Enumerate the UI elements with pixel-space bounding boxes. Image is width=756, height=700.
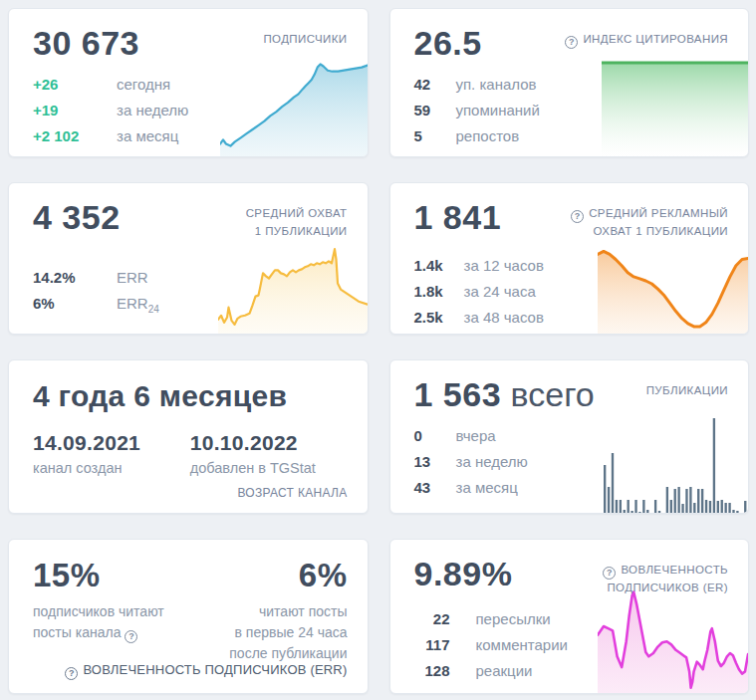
- stat-label-pubs-week: за неделю: [456, 453, 528, 470]
- stat-label-today: сегодня: [117, 76, 170, 93]
- publications-total-suffix: всего: [501, 375, 595, 413]
- err-left-value: 15%: [33, 557, 164, 594]
- stat-value-forwards: 22: [414, 610, 450, 627]
- citation-index-label: ?ИНДЕКС ЦИТИРОВАНИЯ: [565, 24, 728, 49]
- er-label-line1: ?ВОВЛЕЧЕННОСТЬ: [603, 562, 728, 580]
- err-card-footer-label: ?ВОВЛЕЧЕННОСТЬ ПОДПИСЧИКОВ (ERR): [65, 662, 347, 680]
- err-right-caption-line1: читают посты: [229, 601, 347, 622]
- channel-created-label: канал создан: [33, 460, 190, 476]
- channel-age-card-label: ВОЗРАСТ КАНАЛА: [237, 486, 347, 500]
- help-icon[interactable]: ?: [565, 36, 578, 49]
- err-left-caption: подписчиков читают посты канала?: [33, 601, 164, 643]
- help-icon[interactable]: ?: [65, 667, 78, 680]
- stat-row-24h: 1.8k за 24 часа: [414, 283, 729, 300]
- stat-label-forwards: пересылки: [476, 610, 551, 627]
- stat-label-week: за неделю: [117, 102, 188, 118]
- publications-header: 1 563 всего ПУБЛИКАЦИИ: [414, 375, 729, 414]
- stat-label-month: за месяц: [117, 127, 178, 144]
- avg-ad-reach-card: 1 841 ?СРЕДНИЙ РЕКЛАМНЫЙ ОХВАТ 1 ПУБЛИКА…: [389, 182, 750, 335]
- subscribers-count: 30 673: [33, 24, 139, 63]
- stat-value-week: +19: [33, 102, 117, 118]
- stat-row-err24: 6% ERR24: [33, 295, 348, 315]
- subscribers-card-label: ПОДПИСЧИКИ: [263, 24, 347, 49]
- stat-row-week: +19 за неделю: [33, 102, 348, 118]
- err-right-caption-line2: в первые 24 часа: [229, 622, 347, 643]
- avg-reach-card: 4 352 СРЕДНИЙ ОХВАТ 1 ПУБЛИКАЦИИ 14.2% E…: [8, 182, 369, 335]
- stat-row-12h: 1.4k за 12 часов: [414, 257, 729, 274]
- stat-label-mentions: упоминаний: [456, 102, 540, 118]
- stat-label-comments: комментарии: [476, 636, 568, 653]
- citation-index-card: 26.5 ?ИНДЕКС ЦИТИРОВАНИЯ 42 уп. каналов …: [389, 8, 750, 157]
- avg-reach-header: 4 352 СРЕДНИЙ ОХВАТ 1 ПУБЛИКАЦИИ: [33, 198, 348, 241]
- stat-value-yesterday: 0: [414, 427, 456, 444]
- channel-created-block: 14.09.2021 канал создан: [33, 431, 190, 476]
- channel-added-block: 10.10.2022 добавлен в TGStat: [190, 431, 348, 476]
- help-icon[interactable]: ?: [603, 567, 616, 580]
- err-right-caption-line3: после публикации: [229, 643, 347, 664]
- stat-row-mentions: 59 упоминаний: [414, 102, 729, 118]
- stat-value-today: +26: [33, 76, 117, 93]
- stat-value-24h: 1.8k: [414, 283, 464, 300]
- stat-row-pubs-week: 13 за неделю: [414, 453, 729, 470]
- stat-label-24h: за 24 часа: [464, 283, 536, 300]
- channel-age-card: 4 года 6 месяцев 14.09.2021 канал создан…: [8, 359, 369, 514]
- er-header: 9.89% ?ВОВЛЕЧЕННОСТЬ ПОДПИСЧИКОВ (ER): [414, 555, 729, 597]
- err-left-caption-line2: посты канала?: [33, 622, 164, 643]
- publications-total: 1 563 всего: [414, 375, 595, 414]
- avg-ad-reach-stats: 1.4k за 12 часов 1.8k за 24 часа 2.5k за…: [414, 257, 729, 326]
- stat-value-err: 14.2%: [33, 269, 117, 286]
- citation-index-stats: 42 уп. каналов 59 упоминаний 5 репостов: [414, 76, 729, 144]
- er-stats: 22 пересылки 117 комментарии 128 реакции: [414, 610, 729, 679]
- stat-row-channels: 42 уп. каналов: [414, 76, 729, 93]
- er-label-line2: ПОДПИСЧИКОВ (ER): [603, 580, 728, 597]
- avg-ad-reach-label-line1: ?СРЕДНИЙ РЕКЛАМНЫЙ: [571, 205, 728, 223]
- stat-row-reposts: 5 репостов: [414, 127, 729, 144]
- avg-reach-label-line2: 1 ПУБЛИКАЦИИ: [246, 223, 348, 241]
- stat-value-comments: 117: [414, 636, 450, 653]
- help-icon[interactable]: ?: [571, 210, 584, 223]
- err-footer-text: ВОВЛЕЧЕННОСТЬ ПОДПИСЧИКОВ (ERR): [83, 662, 347, 677]
- avg-ad-reach-label: ?СРЕДНИЙ РЕКЛАМНЫЙ ОХВАТ 1 ПУБЛИКАЦИИ: [571, 198, 728, 241]
- stat-value-month: +2 102: [33, 127, 117, 144]
- err-right-caption: читают посты в первые 24 часа после публ…: [229, 601, 347, 664]
- avg-reach-label-line1: СРЕДНИЙ ОХВАТ: [246, 205, 348, 223]
- avg-reach-value: 4 352: [33, 198, 121, 237]
- avg-reach-label: СРЕДНИЙ ОХВАТ 1 ПУБЛИКАЦИИ: [246, 198, 348, 241]
- stat-value-pubs-month: 43: [414, 479, 456, 496]
- stat-value-channels: 42: [414, 76, 456, 93]
- stat-value-reposts: 5: [414, 127, 456, 144]
- stat-value-12h: 1.4k: [414, 257, 464, 274]
- subscribers-stats: +26 сегодня +19 за неделю +2 102 за меся…: [33, 76, 348, 144]
- stat-value-mentions: 59: [414, 102, 456, 118]
- stat-value-48h: 2.5k: [414, 309, 464, 326]
- channel-age-value: 4 года 6 месяцев: [33, 379, 348, 413]
- err-card: 15% подписчиков читают посты канала? 6% …: [8, 539, 369, 694]
- stat-label-yesterday: вчера: [456, 427, 496, 444]
- stat-value-pubs-week: 13: [414, 453, 456, 470]
- stat-label-reposts: репостов: [456, 127, 520, 144]
- citation-index-header: 26.5 ?ИНДЕКС ЦИТИРОВАНИЯ: [414, 24, 729, 63]
- avg-ad-reach-value: 1 841: [414, 198, 502, 237]
- channel-added-label: добавлен в TGStat: [190, 460, 348, 476]
- avg-reach-stats: 14.2% ERR 6% ERR24: [33, 269, 348, 315]
- avg-ad-reach-header: 1 841 ?СРЕДНИЙ РЕКЛАМНЫЙ ОХВАТ 1 ПУБЛИКА…: [414, 198, 729, 241]
- citation-index-label-text: ИНДЕКС ЦИТИРОВАНИЯ: [583, 33, 728, 45]
- err-left-caption-line1: подписчиков читают: [33, 601, 164, 622]
- stat-label-err24: ERR24: [117, 295, 159, 315]
- stat-row-yesterday: 0 вчера: [414, 427, 729, 444]
- help-icon[interactable]: ?: [125, 630, 137, 643]
- stat-row-today: +26 сегодня: [33, 76, 348, 93]
- stat-label-reactions: реакции: [476, 662, 533, 679]
- stat-row-month: +2 102 за месяц: [33, 127, 348, 144]
- channel-age-dates: 14.09.2021 канал создан 10.10.2022 добав…: [33, 431, 348, 476]
- publications-card: 1 563 всего ПУБЛИКАЦИИ 0 вчера 13 за нед…: [389, 359, 750, 514]
- stat-row-comments: 117 комментарии: [414, 636, 729, 653]
- er-value: 9.89%: [414, 555, 513, 593]
- err-left-block: 15% подписчиков читают посты канала?: [33, 557, 164, 643]
- channel-created-date: 14.09.2021: [33, 431, 190, 455]
- er-label: ?ВОВЛЕЧЕННОСТЬ ПОДПИСЧИКОВ (ER): [603, 555, 728, 597]
- citation-index-value: 26.5: [414, 24, 482, 63]
- avg-ad-reach-label-line2: ОХВАТ 1 ПУБЛИКАЦИИ: [571, 223, 728, 241]
- stats-dashboard-grid: 30 673 ПОДПИСЧИКИ +26 сегодня +19 за нед…: [0, 0, 756, 700]
- stat-label-pubs-month: за месяц: [456, 479, 518, 496]
